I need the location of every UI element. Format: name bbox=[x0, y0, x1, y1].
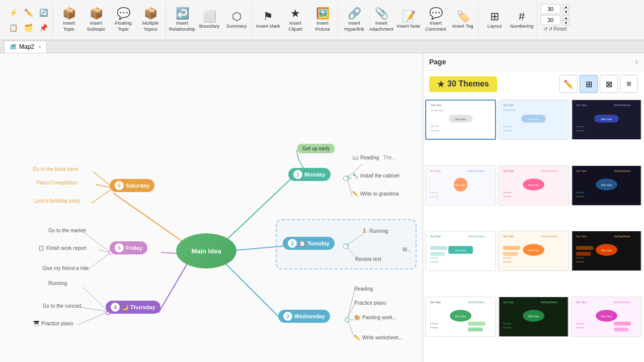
svg-text:SubTopicName: SubTopicName bbox=[614, 169, 630, 172]
insert-relationship-button[interactable]: ↩️ Insert Relationship bbox=[169, 3, 195, 37]
map2-tab[interactable]: 🗺️ Map2 × bbox=[4, 41, 47, 53]
install-label: Install the cabinet bbox=[360, 173, 399, 178]
svg-text:Main Idea: Main Idea bbox=[528, 118, 539, 121]
svg-line-16 bbox=[98, 250, 111, 252]
svg-text:Main Idea: Main Idea bbox=[455, 184, 466, 186]
get-up-early-callout[interactable]: Get up early bbox=[297, 144, 335, 153]
thursday-node[interactable]: 4 🌙 Thursday bbox=[106, 301, 160, 314]
svg-text:Sub topic: Sub topic bbox=[503, 322, 511, 324]
insert-note-icon: 📝 bbox=[402, 11, 416, 22]
theme-item-3[interactable]: Sub Topic SubTopicName Main Idea Sub top… bbox=[571, 100, 642, 140]
summary-button[interactable]: ⬡ Summary bbox=[223, 3, 250, 37]
tuesday-node[interactable]: 2 📋 Tuesday bbox=[283, 237, 335, 250]
insert-mark-button[interactable]: ⚑ Insert Mark bbox=[255, 3, 281, 37]
insert-subtopic-label: Insert Subtopic bbox=[84, 20, 108, 32]
svg-text:Sub topic: Sub topic bbox=[503, 191, 511, 193]
panel-close-button[interactable]: › bbox=[635, 57, 638, 66]
theme-item-1[interactable]: Sub Topic SubTopicName Main Idea Sub top… bbox=[425, 100, 496, 140]
quick-btn-1[interactable]: ⚡ bbox=[6, 6, 20, 20]
theme-12-preview: Sub Topic SubTopicName Main Idea Sub top… bbox=[572, 297, 641, 336]
theme-view-expand-button[interactable]: ⊠ bbox=[600, 75, 618, 93]
theme-item-7[interactable]: Sub Topic SubTopicName Main Idea Sub top… bbox=[425, 231, 496, 271]
install-cabinet-item: 🔧 Install the cabinet bbox=[352, 173, 399, 178]
reading-label: Reading bbox=[360, 155, 379, 160]
canvas[interactable]: Main Idea 6 Saturday 5 Friday 4 🌙 Thursd… bbox=[0, 53, 423, 362]
quick-btn-6[interactable]: 📌 bbox=[36, 21, 50, 35]
theme-item-10[interactable]: Sub Topic SubTopicName Main Idea Sub top… bbox=[425, 297, 496, 337]
w-label: W... bbox=[403, 247, 411, 252]
num-arrows-h: ▲ ▼ bbox=[562, 15, 570, 25]
layout-button[interactable]: ⊞ Layout bbox=[481, 3, 508, 37]
monday-node[interactable]: 1 Monday bbox=[288, 168, 331, 181]
num-input-w[interactable]: 30 bbox=[540, 4, 560, 14]
finish-work-icon: 📋 bbox=[38, 245, 44, 251]
svg-text:Sub topic: Sub topic bbox=[576, 129, 584, 132]
svg-text:Sub topic: Sub topic bbox=[503, 326, 511, 329]
insert-clipart-label: Insert Clipart bbox=[283, 20, 307, 32]
main-idea-node[interactable]: Main Idea bbox=[176, 233, 236, 268]
num-input-h[interactable]: 30 bbox=[540, 15, 560, 25]
insert-note-button[interactable]: 📝 Insert Note bbox=[395, 3, 422, 37]
go-bookstore-item: Go to the book store bbox=[33, 166, 78, 172]
svg-text:Main Idea: Main Idea bbox=[601, 184, 612, 186]
insert-clipart-button[interactable]: ★ Insert Clipart bbox=[282, 3, 308, 37]
num-up-w[interactable]: ▲ bbox=[562, 4, 570, 9]
svg-text:Main Idea: Main Idea bbox=[455, 315, 466, 317]
theme-item-9[interactable]: Sub Topic SubTopicName Main Idea Sub top… bbox=[571, 231, 642, 271]
theme-view-grid-button[interactable]: ⊞ bbox=[580, 75, 598, 93]
floating-topic-button[interactable]: 💬 Floating Topic bbox=[110, 3, 136, 37]
give-ride-label: Give my friend a ride bbox=[42, 265, 89, 271]
friday-node[interactable]: 5 Friday bbox=[110, 241, 147, 254]
quick-btn-2[interactable]: ✏️ bbox=[21, 6, 35, 20]
insert-links-group: 🔗 Insert Hyperlink 📎 Insert Attachment 📝… bbox=[339, 2, 478, 38]
insert-topic-button[interactable]: 📦 Insert Topic bbox=[56, 3, 82, 37]
svg-line-12 bbox=[347, 304, 355, 320]
multiple-topics-button[interactable]: 📦 Multiple Topics bbox=[137, 3, 164, 37]
insert-picture-button[interactable]: 🖼️ Insert Picture bbox=[309, 3, 336, 37]
reset-button[interactable]: ↺ ↺ Reset bbox=[543, 26, 567, 32]
theme-item-2[interactable]: Sub Topic SubTopicName Main Idea Sub top… bbox=[498, 100, 569, 140]
write-grandma-icon: ✏️ bbox=[352, 191, 358, 197]
theme-view-pencil-button[interactable]: ✏️ bbox=[559, 75, 578, 93]
wednesday-node[interactable]: 3 Wednesday bbox=[278, 310, 330, 323]
quick-btn-4[interactable]: 📋 bbox=[6, 21, 20, 35]
numbering-button[interactable]: # Numbering bbox=[509, 3, 535, 37]
insert-subtopic-button[interactable]: 📦 Insert Subtopic bbox=[83, 3, 109, 37]
go-bookstore-label: Go to the book store bbox=[33, 166, 78, 172]
num-up-h[interactable]: ▲ bbox=[562, 15, 570, 20]
piano-comp-label: Piano Competition bbox=[36, 180, 77, 186]
theme-view-list-button[interactable]: ≡ bbox=[620, 75, 638, 93]
insert-attachment-button[interactable]: 📎 Insert Attachment bbox=[368, 3, 394, 37]
theme-item-5[interactable]: Sub Topic SubTopicName Main Idea Sub top… bbox=[498, 165, 569, 206]
theme-item-11[interactable]: Sub Topic SubTopicName Main Idea Sub top… bbox=[498, 297, 569, 337]
monday-connector bbox=[343, 176, 348, 181]
svg-text:Main Idea: Main Idea bbox=[601, 315, 612, 317]
theme-item-12[interactable]: Sub Topic SubTopicName Main Idea Sub top… bbox=[571, 297, 642, 337]
quick-btn-3[interactable]: 🔄 bbox=[36, 6, 50, 20]
wednesday-label: Wednesday bbox=[294, 313, 325, 319]
insert-tag-button[interactable]: 🏷️ Insert Tag bbox=[450, 3, 476, 37]
running-item: 🏃 Running bbox=[361, 228, 388, 234]
num-down-w[interactable]: ▼ bbox=[562, 9, 570, 14]
saturday-node[interactable]: 6 Saturday bbox=[110, 179, 154, 192]
theme-badge[interactable]: ★ 30 Themes bbox=[429, 76, 497, 92]
tabbar: 🗺️ Map2 × bbox=[0, 40, 644, 53]
insert-comment-button[interactable]: 💬 Insert Comment bbox=[423, 3, 449, 37]
insert-relationship-label: Insert Relationship bbox=[169, 20, 195, 32]
tab-close-button[interactable]: × bbox=[38, 44, 41, 50]
running2-item: Running bbox=[48, 281, 67, 286]
num-down-h[interactable]: ▼ bbox=[562, 20, 570, 25]
go-market-label: Go to the market bbox=[48, 228, 86, 233]
svg-rect-79 bbox=[430, 252, 445, 256]
boundary-button[interactable]: ⬜ Boundary bbox=[196, 3, 222, 37]
insert-media-group: ⚑ Insert Mark ★ Insert Clipart 🖼️ Insert… bbox=[253, 2, 338, 38]
insert-hyperlink-button[interactable]: 🔗 Insert Hyperlink bbox=[341, 3, 367, 37]
theme-item-8[interactable]: Sub Topic SubTopicName Main Idea Sub top… bbox=[498, 231, 569, 271]
layout-group: ⊞ Layout # Numbering bbox=[479, 2, 537, 38]
theme-item-4[interactable]: Sub Topic SubTopicName Main Idea Sub top… bbox=[425, 165, 496, 206]
review-test-label: Review test bbox=[355, 256, 381, 262]
theme-5-preview: Sub Topic SubTopicName Main Idea Sub top… bbox=[499, 166, 569, 205]
quick-btn-5[interactable]: 🗂️ bbox=[21, 21, 35, 35]
theme-item-6[interactable]: Sub Topic SubTopicName Main Idea Sub top… bbox=[571, 165, 642, 206]
svg-rect-88 bbox=[503, 252, 518, 256]
